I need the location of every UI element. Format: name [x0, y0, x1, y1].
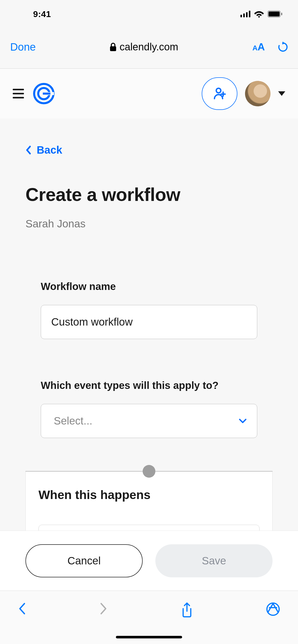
share-button[interactable]: [181, 602, 193, 618]
svg-point-4: [258, 16, 260, 18]
browser-forward-button: [99, 602, 108, 615]
person-add-icon: [213, 87, 226, 100]
home-indicator: [116, 636, 182, 638]
workflow-name-input[interactable]: [41, 305, 257, 339]
text-size-button[interactable]: AA: [252, 41, 265, 53]
trigger-select[interactable]: Immediately when new event is booked: [38, 525, 260, 531]
lock-icon: [110, 43, 116, 51]
trigger-section-title: When this happens: [38, 488, 260, 502]
page-title: Create a workflow: [25, 184, 273, 205]
divider-dot-icon: [143, 465, 155, 478]
svg-rect-12: [43, 93, 50, 95]
page-subtitle: Sarah Jonas: [25, 218, 273, 230]
content-area: Back Create a workflow Sarah Jonas Workf…: [0, 119, 298, 531]
status-indicators: [240, 10, 283, 18]
trigger-section: When this happens Immediately when new e…: [25, 472, 273, 531]
cancel-button[interactable]: Cancel: [25, 544, 143, 577]
wifi-icon: [254, 10, 264, 18]
action-bar: Cancel Save: [0, 531, 298, 591]
svg-rect-0: [240, 15, 242, 17]
svg-rect-8: [110, 46, 116, 51]
svg-rect-3: [249, 11, 250, 17]
chevron-down-icon: [239, 418, 247, 423]
event-types-placeholder: Select...: [54, 415, 92, 427]
app-header: [0, 69, 298, 119]
back-label: Back: [37, 144, 62, 156]
svg-point-13: [216, 88, 221, 93]
chevron-left-icon: [25, 145, 31, 155]
avatar[interactable]: [245, 81, 270, 106]
event-types-label: Which event types will this apply to?: [41, 380, 257, 391]
browser-back-button[interactable]: [18, 602, 26, 615]
svg-rect-2: [246, 12, 248, 17]
url-display[interactable]: calendly.com: [110, 41, 178, 53]
safari-tabs-button[interactable]: [266, 602, 280, 616]
back-link[interactable]: Back: [25, 144, 273, 156]
reload-icon[interactable]: [278, 41, 288, 53]
section-divider: [25, 471, 273, 472]
url-text: calendly.com: [119, 41, 178, 53]
menu-button[interactable]: [13, 89, 24, 98]
status-time: 9:41: [33, 9, 51, 19]
svg-rect-6: [268, 11, 280, 17]
account-menu-caret-icon[interactable]: [278, 91, 285, 96]
done-button[interactable]: Done: [10, 41, 36, 53]
svg-rect-1: [243, 13, 245, 17]
workflow-name-label: Workflow name: [41, 281, 257, 292]
cellular-icon: [240, 11, 251, 17]
status-bar: 9:41: [0, 0, 298, 25]
svg-point-14: [267, 603, 279, 615]
invite-button[interactable]: [202, 77, 237, 110]
svg-rect-7: [281, 13, 282, 15]
browser-top-bar: Done calendly.com AA: [0, 25, 298, 69]
battery-icon: [267, 10, 283, 18]
save-button[interactable]: Save: [155, 544, 273, 577]
event-types-select[interactable]: Select...: [41, 404, 257, 438]
calendly-logo[interactable]: [33, 83, 55, 104]
